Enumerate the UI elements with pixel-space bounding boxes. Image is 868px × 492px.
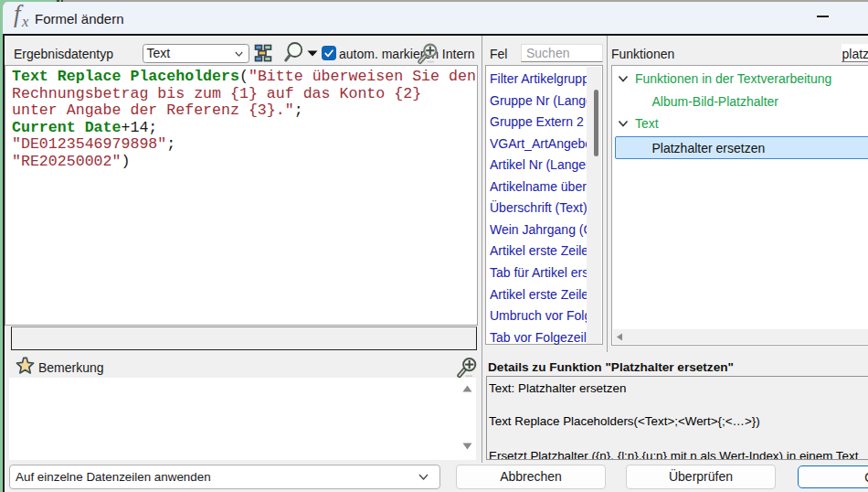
svg-text:x: x bbox=[21, 13, 29, 30]
